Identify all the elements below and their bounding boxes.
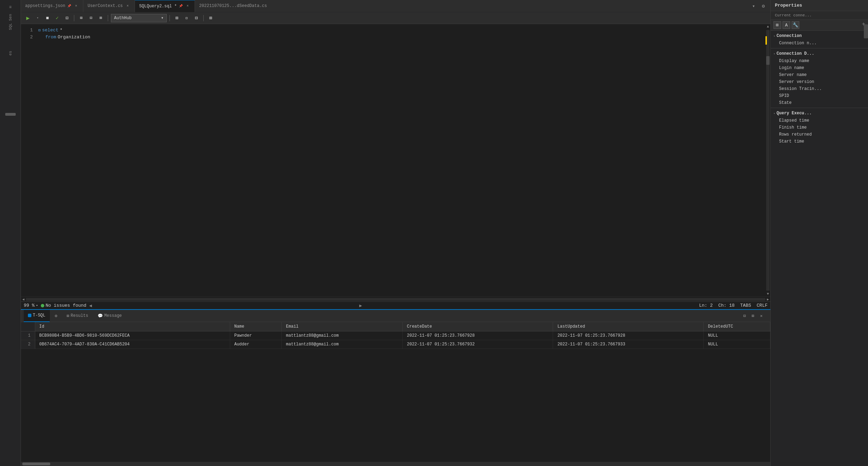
tab-pin-icon-active[interactable]: 📌 [179,4,183,8]
run-button[interactable]: ▶ [24,14,32,22]
scroll-up-arrow[interactable]: ▲ [767,24,769,29]
prop-spid[interactable]: SPID [771,92,868,99]
results-table[interactable]: Id Name Email CreateDate LastUpdated Del… [21,322,770,462]
toolbar-icon-4[interactable]: ⊞ [206,14,215,22]
cursor-char: Ch: 18 [718,303,735,308]
props-icon-3[interactable]: 🔧 [792,21,799,29]
data-table: Id Name Email CreateDate LastUpdated Del… [21,322,770,349]
code-lines[interactable]: ⊟ select * from Organization [38,27,765,294]
props-vscrollbar[interactable] [864,21,868,466]
status-arrow-left[interactable]: ◀ [89,303,92,308]
prop-session-tracing[interactable]: Session Tracin... [771,85,868,92]
scroll-right-arrow[interactable]: ▶ [765,297,770,301]
settings-icon[interactable]: ⚙ [759,2,768,10]
scroll-left-arrow[interactable]: ◀ [21,297,26,301]
prop-connection-n[interactable]: Connection n... [771,40,868,47]
tab-pin-icon[interactable]: 📌 [67,4,71,8]
code-content[interactable]: 1 2 ⊟ select * from Organization [21,24,765,297]
editor-with-scrollbar: 1 2 ⊟ select * from Organization [21,24,770,297]
editor-vscrollbar[interactable]: ▲ ▼ [765,24,770,297]
line-ending[interactable]: CRLF [757,303,768,308]
editor-hscrollbar[interactable]: ◀ ▶ [21,297,770,301]
section-connection-d-title: Connection D... [777,51,814,56]
section-query-exec-title: Query Execu... [777,111,812,116]
hscroll-track [26,298,765,301]
prop-server-name[interactable]: Server name [771,71,868,78]
operator-star: * [60,27,62,34]
tab-appsettings[interactable]: appsettings.json 📌 × [21,0,83,12]
tab-bar: appsettings.json 📌 × UserContext.cs × SQ… [21,0,770,12]
toolbar-icon-2[interactable]: ⊡ [182,14,191,22]
col-lastupdated: LastUpdated [553,322,704,331]
tab-sqlquery[interactable]: SQLQuery2.sql * 📌 × [135,0,195,12]
table-row[interactable]: 2 0B674AC4-7079-4AD7-830A-C41CD6AB5204 A… [21,340,770,349]
status-arrow-right[interactable]: ▶ [359,303,362,308]
main-area: appsettings.json 📌 × UserContext.cs × SQ… [21,0,770,466]
panel-action-3[interactable]: ✕ [758,312,765,319]
toolbar-icon-1[interactable]: ⊞ [173,14,181,22]
tab-type[interactable]: TABS [740,303,751,308]
scroll-thumb [766,56,770,65]
table-name: Organization [58,34,90,41]
cell-lastupdated-2: 2022-11-07 01:25:23.7667933 [553,340,704,349]
prop-elapsed-time[interactable]: Elapsed time [771,117,868,124]
panel-action-1[interactable]: ⊟ [741,312,748,319]
props-icon-2[interactable]: A [783,21,790,29]
prop-login-name[interactable]: Login name [771,64,868,71]
panel-action-2[interactable]: ⊞ [749,312,756,319]
section-query-exec[interactable]: ▾ Query Execu... [771,109,868,117]
dropdown-run-icon[interactable]: ▾ [33,14,42,22]
tab-close-icon-2[interactable]: × [125,3,130,9]
bottom-tab-settings[interactable]: ⚙ [51,310,62,322]
tsql-tab-indicator [28,314,31,317]
zoom-area[interactable]: 99 % ▾ [24,303,38,308]
tab-usercontext[interactable]: UserContext.cs × [83,0,135,12]
toolbar-icon-3[interactable]: ⊟ [192,14,201,22]
tab-label-2: UserContext.cs [88,3,123,8]
database-dropdown[interactable]: AuthHub ▾ [111,14,167,22]
scroll-down-arrow[interactable]: ▼ [767,291,769,297]
message-tab-icon: 💬 [98,313,103,319]
keyword-from: from [45,34,56,41]
check-button[interactable]: ✓ [53,14,61,22]
format-button-1[interactable]: ⊞ [77,14,85,22]
results-tab-icon: ⊞ [67,313,69,319]
format-button-3[interactable]: ⊠ [97,14,105,22]
properties-toolbar: ⊞ A 🔧 + [771,20,868,31]
format-button-2[interactable]: ⊟ [87,14,95,22]
section-connection-d[interactable]: ▾ Connection D... [771,50,868,58]
editor-status-bar: 99 % ▾ No issues found ◀ ▶ Ln: 2 Ch: 18 … [21,301,770,309]
tab-close-icon[interactable]: × [73,3,79,9]
table-header-row: Id Name Email CreateDate LastUpdated Del… [21,322,770,331]
props-icon-1[interactable]: ⊞ [773,21,781,29]
editor-indicator [765,36,767,45]
prop-rows-returned[interactable]: Rows returned [771,131,868,138]
zoom-dropdown-icon[interactable]: ▾ [36,304,38,307]
section-connection[interactable]: ▾ Connection [771,32,868,40]
prop-display-name[interactable]: Display name [771,58,868,64]
stop-button[interactable]: ■ [43,14,52,22]
cell-rownum-2: 2 [21,340,35,349]
prop-start-time[interactable]: Start time [771,138,868,145]
side-icon-1[interactable]: ≡ [9,5,12,10]
bottom-tab-tsql[interactable]: T-SQL [24,310,50,322]
dropdown-arrow-icon[interactable]: ▾ [749,2,758,10]
tab-close-active-icon[interactable]: × [185,3,190,9]
collapse-icon[interactable]: ⊟ [38,27,41,34]
keyword-select: select [42,27,59,34]
bottom-tab-message[interactable]: 💬 Message [93,310,126,322]
message-tab-label: Message [104,313,122,318]
bottom-tab-results[interactable]: ⊞ Results [62,310,93,322]
prop-state[interactable]: State [771,99,868,106]
save-button[interactable]: ⊡ [63,14,71,22]
col-email: Email [282,322,403,331]
cursor-line: Ln: 2 [699,303,713,308]
table-row[interactable]: 1 BCB980B4-B5B9-4BD6-9810-569DCD62FECA P… [21,331,770,340]
cell-email-1: mattlantz88@gmail.com [282,331,403,340]
prop-server-version[interactable]: Server version [771,78,868,85]
results-hscrollbar[interactable] [21,462,770,466]
cell-name-1: Pawnder [230,331,281,340]
query-exec-expand-icon: ▾ [773,112,775,115]
line-numbers: 1 2 [21,27,38,294]
prop-finish-time[interactable]: Finish time [771,124,868,131]
